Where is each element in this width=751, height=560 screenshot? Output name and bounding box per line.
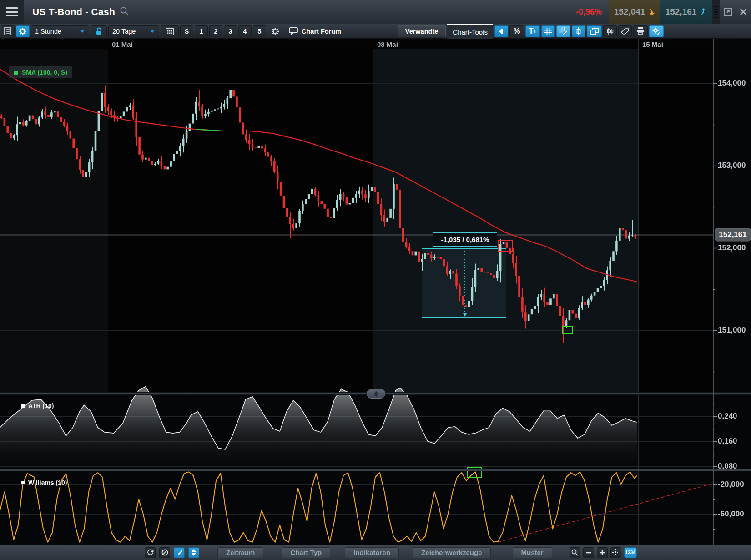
eraser-icon	[621, 28, 629, 35]
chart-forum-label: Chart Forum	[302, 28, 341, 35]
bottom-button-muster[interactable]: Muster	[513, 547, 552, 558]
chart-window: SMA (100, 0, S) ATR (10) Williams (10) -…	[0, 0, 751, 560]
bottom-button-group: ZeitraumChart TypIndikatorenZeichenwerkz…	[199, 547, 552, 558]
crosshair-button[interactable]	[610, 547, 621, 558]
eraser-button[interactable]	[618, 25, 632, 37]
search-icon[interactable]	[120, 6, 129, 17]
values-display-button[interactable]: 1234	[624, 547, 637, 558]
window-grip[interactable]	[712, 0, 720, 24]
zoom-out-button[interactable]	[583, 547, 594, 558]
crosshair-icon	[612, 549, 619, 556]
draw-grid-tool-button[interactable]	[556, 25, 570, 37]
gear-icon	[271, 27, 279, 35]
williams-legend[interactable]: Williams (10)	[21, 479, 67, 486]
gear-icon	[19, 27, 27, 35]
related-button[interactable]: Verwandte	[398, 25, 446, 37]
list-icon	[4, 27, 11, 35]
print-button[interactable]	[633, 25, 648, 37]
timeframe-button-group: S12345	[180, 25, 266, 37]
sell-arrow-down-icon	[648, 8, 655, 16]
sma-legend-label: SMA (100, 0, S)	[22, 69, 67, 76]
grid-pencil-icon	[559, 27, 567, 35]
refresh-button[interactable]	[145, 547, 156, 558]
percent-scale-button[interactable]: %	[509, 25, 524, 37]
tools-settings-button[interactable]	[649, 25, 664, 37]
close-window-button[interactable]	[736, 0, 751, 24]
magnifier-icon	[571, 549, 578, 556]
text-tool-button[interactable]: TT	[525, 25, 540, 37]
grid-icon	[544, 28, 552, 35]
scale-adjust-button[interactable]	[188, 547, 199, 558]
timeframe-button-2[interactable]: 2	[209, 25, 222, 37]
timeframe-button-5[interactable]: 5	[253, 25, 266, 37]
sell-price-button[interactable]: 152,041	[609, 0, 660, 24]
candlestick-icon	[575, 27, 582, 35]
buy-price-value: 152,161	[665, 7, 697, 17]
lock-scale-button[interactable]	[91, 25, 107, 37]
bottom-button-indikatoren[interactable]: Indikatoren	[345, 547, 399, 558]
bottom-button-chart-typ[interactable]: Chart Typ	[282, 547, 330, 558]
restore-window-button[interactable]	[720, 0, 736, 24]
close-icon	[739, 8, 747, 16]
pencil-icon	[176, 550, 182, 556]
calendar-icon	[166, 27, 174, 35]
timeframe-button-1[interactable]: 1	[195, 25, 208, 37]
timeframe-button-4[interactable]: 4	[238, 25, 252, 37]
lock-icon	[95, 27, 102, 35]
chevron-down-icon	[80, 30, 85, 33]
collapse-tools-button[interactable]	[494, 25, 508, 37]
compare-button[interactable]	[603, 25, 617, 37]
bottom-toolbar: ZeitraumChart TypIndikatorenZeichenwerkz…	[0, 545, 751, 560]
draw-tool-button[interactable]	[174, 547, 185, 558]
minus-icon	[586, 550, 591, 555]
chart-type-candle-button[interactable]	[572, 25, 585, 37]
arrow-left-icon	[498, 28, 505, 35]
change-percent: -0,96%	[576, 7, 602, 17]
buy-arrow-up-icon	[700, 8, 707, 16]
timeframe-button-s[interactable]: S	[180, 25, 193, 37]
calendar-button[interactable]	[161, 25, 179, 37]
up-down-arrows-icon	[191, 549, 197, 556]
hamburger-menu-button[interactable]	[0, 0, 24, 24]
sell-price-value: 152,041	[614, 7, 645, 17]
williams-legend-label: Williams (10)	[28, 479, 67, 486]
chart-toolbar: 1 Stunde 20 Tage S12345 Chart Forum Verw…	[0, 24, 751, 39]
disable-drawing-button[interactable]	[159, 547, 170, 558]
atr-legend[interactable]: ATR (10)	[21, 402, 54, 409]
range-dropdown[interactable]: 20 Tage	[108, 25, 159, 37]
buy-price-button[interactable]: 152,161	[660, 0, 712, 24]
splitter-down-icon	[374, 394, 378, 397]
zoom-in-button[interactable]	[597, 547, 608, 558]
interval-dropdown[interactable]: 1 Stunde	[31, 25, 89, 37]
gear-pencil-icon	[652, 27, 660, 35]
timeframe-button-3[interactable]: 3	[224, 25, 237, 37]
interval-value: 1 Stunde	[35, 28, 61, 35]
chevron-down-icon	[150, 30, 155, 33]
bottom-button-zeichenwerkzeuge[interactable]: Zeichenwerkzeuge	[413, 547, 490, 558]
sma-legend-swatch	[14, 71, 18, 75]
no-entry-icon	[161, 549, 168, 556]
printer-icon	[636, 27, 645, 35]
grid-toggle-button[interactable]	[541, 25, 555, 37]
chart-settings-button[interactable]	[16, 25, 30, 37]
bottom-button-zeitraum[interactable]: Zeitraum	[217, 547, 263, 558]
layers-icon	[590, 28, 599, 35]
chat-bubble-icon	[289, 27, 298, 35]
splitter-up-icon	[374, 391, 378, 394]
atr-legend-swatch	[21, 404, 25, 408]
forum-settings-button[interactable]	[267, 25, 283, 37]
plus-icon	[600, 550, 605, 555]
sma-legend[interactable]: SMA (100, 0, S)	[9, 66, 72, 78]
chart-plot-area[interactable]	[0, 0, 751, 560]
chart-forum-button[interactable]: Chart Forum	[284, 25, 346, 37]
chart-tools-tab[interactable]: Chart-Tools	[447, 24, 493, 39]
windows-layout-button[interactable]	[587, 25, 602, 37]
pane-splitter-handle[interactable]	[367, 389, 385, 399]
title-bar: US T-Bond - Cash -0,96% 152,041 152,161	[0, 0, 751, 24]
zoom-tool-button[interactable]	[570, 547, 580, 558]
instrument-title: US T-Bond - Cash	[32, 6, 115, 17]
williams-legend-swatch	[21, 481, 25, 484]
hamburger-icon	[6, 7, 18, 9]
atr-legend-label: ATR (10)	[28, 402, 54, 409]
watchlist-button[interactable]	[1, 25, 15, 37]
